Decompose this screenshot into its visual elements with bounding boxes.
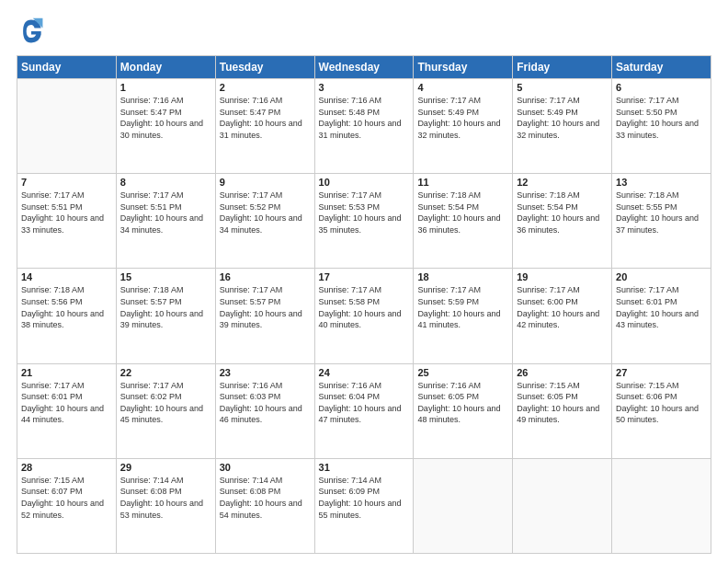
- day-number: 18: [417, 271, 508, 282]
- day-number: 15: [120, 271, 211, 282]
- day-info: Sunrise: 7:17 AM Sunset: 5:50 PM Dayligh…: [616, 95, 707, 141]
- weekday-header-wednesday: Wednesday: [314, 56, 414, 79]
- weekday-header-friday: Friday: [513, 56, 612, 79]
- day-info: Sunrise: 7:17 AM Sunset: 6:01 PM Dayligh…: [616, 284, 707, 330]
- calendar-cell: 13Sunrise: 7:18 AM Sunset: 5:55 PM Dayli…: [612, 174, 711, 269]
- day-number: 13: [616, 177, 707, 188]
- calendar-cell: 5Sunrise: 7:17 AM Sunset: 5:49 PM Daylig…: [513, 79, 612, 174]
- day-info: Sunrise: 7:17 AM Sunset: 5:53 PM Dayligh…: [319, 190, 410, 236]
- calendar-cell: 4Sunrise: 7:17 AM Sunset: 5:49 PM Daylig…: [414, 79, 513, 174]
- page-header: [17, 17, 711, 46]
- calendar-cell: 25Sunrise: 7:16 AM Sunset: 6:05 PM Dayli…: [414, 363, 513, 458]
- calendar-cell: 23Sunrise: 7:16 AM Sunset: 6:03 PM Dayli…: [215, 363, 314, 458]
- day-number: 25: [417, 367, 508, 378]
- day-info: Sunrise: 7:14 AM Sunset: 6:09 PM Dayligh…: [319, 475, 410, 521]
- logo-icon: [17, 17, 46, 46]
- day-info: Sunrise: 7:18 AM Sunset: 5:55 PM Dayligh…: [616, 190, 707, 236]
- calendar-cell: 17Sunrise: 7:17 AM Sunset: 5:58 PM Dayli…: [314, 269, 414, 363]
- day-number: 27: [616, 367, 707, 378]
- day-number: 5: [517, 82, 608, 93]
- day-number: 11: [417, 177, 508, 188]
- day-info: Sunrise: 7:16 AM Sunset: 6:05 PM Dayligh…: [417, 380, 508, 426]
- calendar-cell: 11Sunrise: 7:18 AM Sunset: 5:54 PM Dayli…: [414, 174, 513, 269]
- week-row-5: 28Sunrise: 7:15 AM Sunset: 6:07 PM Dayli…: [17, 458, 711, 553]
- day-number: 8: [120, 177, 211, 188]
- day-number: 1: [120, 82, 211, 93]
- calendar-cell: [17, 79, 117, 174]
- day-info: Sunrise: 7:17 AM Sunset: 5:49 PM Dayligh…: [517, 95, 608, 141]
- day-number: 6: [616, 82, 707, 93]
- day-info: Sunrise: 7:15 AM Sunset: 6:06 PM Dayligh…: [616, 380, 707, 426]
- day-number: 30: [220, 462, 311, 473]
- calendar-cell: 8Sunrise: 7:17 AM Sunset: 5:51 PM Daylig…: [116, 174, 215, 269]
- calendar-table: SundayMondayTuesdayWednesdayThursdayFrid…: [17, 55, 711, 554]
- calendar-cell: 26Sunrise: 7:15 AM Sunset: 6:05 PM Dayli…: [513, 363, 612, 458]
- weekday-header-saturday: Saturday: [612, 56, 711, 79]
- day-info: Sunrise: 7:16 AM Sunset: 5:47 PM Dayligh…: [120, 95, 211, 141]
- logo: [17, 17, 50, 46]
- calendar-cell: 3Sunrise: 7:16 AM Sunset: 5:48 PM Daylig…: [314, 79, 414, 174]
- day-number: 26: [517, 367, 608, 378]
- calendar-cell: 1Sunrise: 7:16 AM Sunset: 5:47 PM Daylig…: [116, 79, 215, 174]
- day-number: 21: [21, 367, 112, 378]
- calendar-cell: 9Sunrise: 7:17 AM Sunset: 5:52 PM Daylig…: [215, 174, 314, 269]
- calendar-cell: 15Sunrise: 7:18 AM Sunset: 5:57 PM Dayli…: [116, 269, 215, 363]
- weekday-header-thursday: Thursday: [414, 56, 513, 79]
- day-number: 29: [120, 462, 211, 473]
- day-info: Sunrise: 7:17 AM Sunset: 5:51 PM Dayligh…: [120, 190, 211, 236]
- day-number: 10: [319, 177, 410, 188]
- week-row-3: 14Sunrise: 7:18 AM Sunset: 5:56 PM Dayli…: [17, 269, 711, 363]
- day-info: Sunrise: 7:18 AM Sunset: 5:54 PM Dayligh…: [417, 190, 508, 236]
- calendar-cell: 28Sunrise: 7:15 AM Sunset: 6:07 PM Dayli…: [17, 458, 117, 553]
- day-number: 16: [220, 271, 311, 282]
- day-info: Sunrise: 7:15 AM Sunset: 6:07 PM Dayligh…: [21, 475, 112, 521]
- calendar-cell: 19Sunrise: 7:17 AM Sunset: 6:00 PM Dayli…: [513, 269, 612, 363]
- day-info: Sunrise: 7:18 AM Sunset: 5:57 PM Dayligh…: [120, 284, 211, 330]
- calendar-cell: 31Sunrise: 7:14 AM Sunset: 6:09 PM Dayli…: [314, 458, 414, 553]
- day-number: 4: [417, 82, 508, 93]
- day-number: 12: [517, 177, 608, 188]
- day-info: Sunrise: 7:17 AM Sunset: 5:57 PM Dayligh…: [220, 284, 311, 330]
- day-number: 2: [220, 82, 311, 93]
- day-number: 24: [319, 367, 410, 378]
- day-info: Sunrise: 7:14 AM Sunset: 6:08 PM Dayligh…: [220, 475, 311, 521]
- day-info: Sunrise: 7:18 AM Sunset: 5:56 PM Dayligh…: [21, 284, 112, 330]
- day-info: Sunrise: 7:17 AM Sunset: 6:02 PM Dayligh…: [120, 380, 211, 426]
- calendar-cell: [414, 458, 513, 553]
- calendar-cell: 12Sunrise: 7:18 AM Sunset: 5:54 PM Dayli…: [513, 174, 612, 269]
- day-info: Sunrise: 7:16 AM Sunset: 5:47 PM Dayligh…: [220, 95, 311, 141]
- calendar-cell: 16Sunrise: 7:17 AM Sunset: 5:57 PM Dayli…: [215, 269, 314, 363]
- day-info: Sunrise: 7:17 AM Sunset: 6:00 PM Dayligh…: [517, 284, 608, 330]
- weekday-header-sunday: Sunday: [17, 56, 117, 79]
- day-number: 3: [319, 82, 410, 93]
- day-number: 17: [319, 271, 410, 282]
- day-info: Sunrise: 7:18 AM Sunset: 5:54 PM Dayligh…: [517, 190, 608, 236]
- day-info: Sunrise: 7:16 AM Sunset: 6:04 PM Dayligh…: [319, 380, 410, 426]
- day-number: 9: [220, 177, 311, 188]
- calendar-cell: 14Sunrise: 7:18 AM Sunset: 5:56 PM Dayli…: [17, 269, 117, 363]
- calendar-cell: 27Sunrise: 7:15 AM Sunset: 6:06 PM Dayli…: [612, 363, 711, 458]
- day-number: 19: [517, 271, 608, 282]
- week-row-4: 21Sunrise: 7:17 AM Sunset: 6:01 PM Dayli…: [17, 363, 711, 458]
- calendar-cell: 21Sunrise: 7:17 AM Sunset: 6:01 PM Dayli…: [17, 363, 117, 458]
- calendar-cell: 18Sunrise: 7:17 AM Sunset: 5:59 PM Dayli…: [414, 269, 513, 363]
- day-number: 22: [120, 367, 211, 378]
- day-number: 20: [616, 271, 707, 282]
- calendar-cell: [513, 458, 612, 553]
- week-row-2: 7Sunrise: 7:17 AM Sunset: 5:51 PM Daylig…: [17, 174, 711, 269]
- calendar-cell: 29Sunrise: 7:14 AM Sunset: 6:08 PM Dayli…: [116, 458, 215, 553]
- calendar-cell: 6Sunrise: 7:17 AM Sunset: 5:50 PM Daylig…: [612, 79, 711, 174]
- calendar-cell: [612, 458, 711, 553]
- week-row-1: 1Sunrise: 7:16 AM Sunset: 5:47 PM Daylig…: [17, 79, 711, 174]
- day-number: 23: [220, 367, 311, 378]
- day-info: Sunrise: 7:17 AM Sunset: 5:49 PM Dayligh…: [417, 95, 508, 141]
- calendar-cell: 24Sunrise: 7:16 AM Sunset: 6:04 PM Dayli…: [314, 363, 414, 458]
- day-info: Sunrise: 7:16 AM Sunset: 6:03 PM Dayligh…: [220, 380, 311, 426]
- day-number: 14: [21, 271, 112, 282]
- day-number: 7: [21, 177, 112, 188]
- day-number: 31: [319, 462, 410, 473]
- weekday-header-row: SundayMondayTuesdayWednesdayThursdayFrid…: [17, 56, 711, 79]
- day-number: 28: [21, 462, 112, 473]
- calendar-cell: 30Sunrise: 7:14 AM Sunset: 6:08 PM Dayli…: [215, 458, 314, 553]
- calendar-cell: 7Sunrise: 7:17 AM Sunset: 5:51 PM Daylig…: [17, 174, 117, 269]
